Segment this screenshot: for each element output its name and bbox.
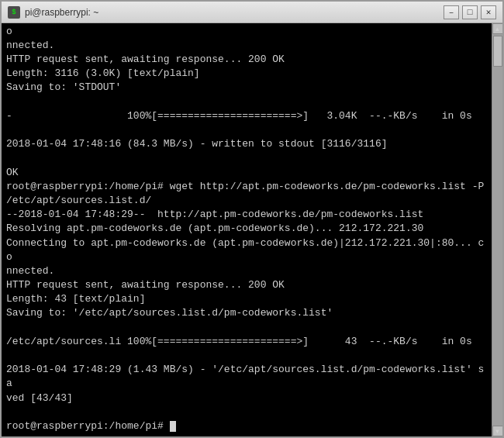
terminal-content[interactable]: Log file is /home/pi/.vnc/raspberrypi:1.…	[2, 23, 492, 436]
window-controls: – □ ✕	[444, 5, 496, 19]
maximize-button[interactable]: □	[462, 5, 478, 19]
scroll-thumb[interactable]	[493, 36, 502, 67]
scroll-track[interactable]	[492, 34, 503, 426]
window-title: pi@raspberrypi: ~	[25, 7, 444, 18]
terminal-window: $ pi@raspberrypi: ~ – □ ✕ Log file is /h…	[0, 0, 504, 438]
scrollbar[interactable]: ▲ ▼	[492, 23, 502, 436]
scroll-down-button[interactable]: ▼	[492, 426, 503, 436]
close-button[interactable]: ✕	[481, 5, 496, 19]
title-bar: $ pi@raspberrypi: ~ – □ ✕	[2, 2, 502, 23]
minimize-button[interactable]: –	[444, 5, 459, 19]
scroll-up-button[interactable]: ▲	[492, 23, 503, 34]
terminal-body: Log file is /home/pi/.vnc/raspberrypi:1.…	[2, 23, 502, 436]
app-icon: $	[8, 6, 20, 19]
